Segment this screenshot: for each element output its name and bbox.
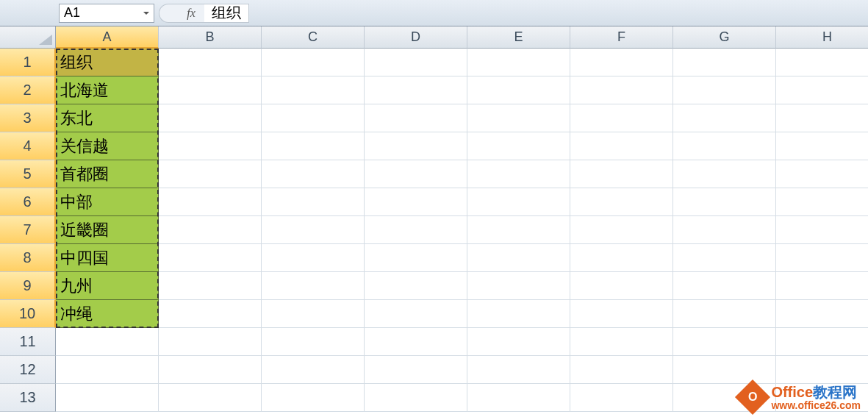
row-header-5[interactable]: 5 — [0, 160, 56, 188]
cell[interactable] — [262, 272, 365, 300]
col-header-B[interactable]: B — [159, 26, 262, 49]
cell-H1[interactable] — [776, 49, 868, 76]
cell[interactable] — [570, 300, 673, 328]
insert-function-button[interactable]: fx — [178, 4, 204, 23]
cell[interactable] — [570, 244, 673, 272]
row-header-3[interactable]: 3 — [0, 104, 56, 132]
row-header-9[interactable]: 9 — [0, 272, 56, 300]
cell[interactable] — [776, 160, 868, 188]
cell-A13[interactable] — [56, 384, 159, 412]
cell[interactable] — [159, 188, 262, 216]
select-all-corner[interactable] — [0, 26, 56, 49]
cell[interactable] — [570, 328, 673, 356]
cell[interactable] — [467, 300, 570, 328]
cell[interactable] — [776, 188, 868, 216]
cell[interactable] — [467, 76, 570, 104]
cell[interactable] — [673, 76, 776, 104]
cell[interactable] — [159, 132, 262, 160]
cell[interactable] — [467, 356, 570, 384]
cell[interactable] — [365, 104, 467, 132]
cell[interactable] — [570, 76, 673, 104]
cell[interactable] — [159, 244, 262, 272]
cell-C1[interactable] — [262, 49, 365, 76]
cell[interactable] — [365, 328, 467, 356]
cell[interactable] — [467, 216, 570, 244]
cell[interactable] — [467, 328, 570, 356]
cell[interactable] — [673, 244, 776, 272]
cell-A11[interactable] — [56, 328, 159, 356]
formula-input[interactable]: 组织 — [204, 4, 249, 23]
row-header-11[interactable]: 11 — [0, 328, 56, 356]
cell[interactable] — [365, 244, 467, 272]
cell-G1[interactable] — [673, 49, 776, 76]
cell[interactable] — [159, 104, 262, 132]
cell-E1[interactable] — [467, 49, 570, 76]
cell[interactable] — [673, 356, 776, 384]
cell[interactable] — [159, 356, 262, 384]
col-header-D[interactable]: D — [365, 26, 467, 49]
row-header-4[interactable]: 4 — [0, 132, 56, 160]
cell-A6[interactable]: 中部 — [56, 188, 159, 216]
cell-A10[interactable]: 冲绳 — [56, 300, 159, 328]
cell-A12[interactable] — [56, 356, 159, 384]
cell[interactable] — [570, 188, 673, 216]
row-header-8[interactable]: 8 — [0, 244, 56, 272]
cell[interactable] — [365, 356, 467, 384]
cell[interactable] — [776, 244, 868, 272]
col-header-E[interactable]: E — [467, 26, 570, 49]
cell[interactable] — [159, 328, 262, 356]
cell[interactable] — [159, 76, 262, 104]
cell[interactable] — [262, 188, 365, 216]
col-header-H[interactable]: H — [776, 26, 868, 49]
cell[interactable] — [673, 160, 776, 188]
name-box-dropdown-icon[interactable] — [140, 7, 152, 19]
cell[interactable] — [467, 244, 570, 272]
cell-A3[interactable]: 东北 — [56, 104, 159, 132]
cell[interactable] — [673, 104, 776, 132]
cell[interactable] — [570, 132, 673, 160]
row-header-13[interactable]: 13 — [0, 384, 56, 412]
cell[interactable] — [365, 272, 467, 300]
cell[interactable] — [570, 216, 673, 244]
cell[interactable] — [673, 216, 776, 244]
cell[interactable] — [365, 188, 467, 216]
cell[interactable] — [262, 216, 365, 244]
cell[interactable] — [262, 160, 365, 188]
cell[interactable] — [776, 132, 868, 160]
cell-F1[interactable] — [570, 49, 673, 76]
cell[interactable] — [776, 272, 868, 300]
cell[interactable] — [159, 272, 262, 300]
cell[interactable] — [365, 300, 467, 328]
cell[interactable] — [262, 132, 365, 160]
col-header-G[interactable]: G — [673, 26, 776, 49]
cell[interactable] — [365, 132, 467, 160]
cell[interactable] — [467, 160, 570, 188]
cell[interactable] — [262, 328, 365, 356]
row-header-2[interactable]: 2 — [0, 76, 56, 104]
cell[interactable] — [673, 132, 776, 160]
cell[interactable] — [467, 188, 570, 216]
cell[interactable] — [365, 216, 467, 244]
cell[interactable] — [159, 384, 262, 412]
cell-A7[interactable]: 近畿圈 — [56, 216, 159, 244]
cell[interactable] — [467, 104, 570, 132]
cell[interactable] — [262, 104, 365, 132]
cell[interactable] — [262, 76, 365, 104]
cell-A8[interactable]: 中四国 — [56, 244, 159, 272]
cell[interactable] — [570, 104, 673, 132]
cell[interactable] — [262, 356, 365, 384]
cell-A4[interactable]: 关信越 — [56, 132, 159, 160]
cell[interactable] — [365, 76, 467, 104]
cell[interactable] — [159, 300, 262, 328]
col-header-C[interactable]: C — [262, 26, 365, 49]
cell[interactable] — [570, 272, 673, 300]
cell-B1[interactable] — [159, 49, 262, 76]
cell[interactable] — [776, 356, 868, 384]
cell[interactable] — [467, 132, 570, 160]
cell[interactable] — [467, 384, 570, 412]
cell[interactable] — [776, 104, 868, 132]
cell[interactable] — [262, 244, 365, 272]
cell[interactable] — [776, 300, 868, 328]
row-header-6[interactable]: 6 — [0, 188, 56, 216]
cell[interactable] — [776, 328, 868, 356]
